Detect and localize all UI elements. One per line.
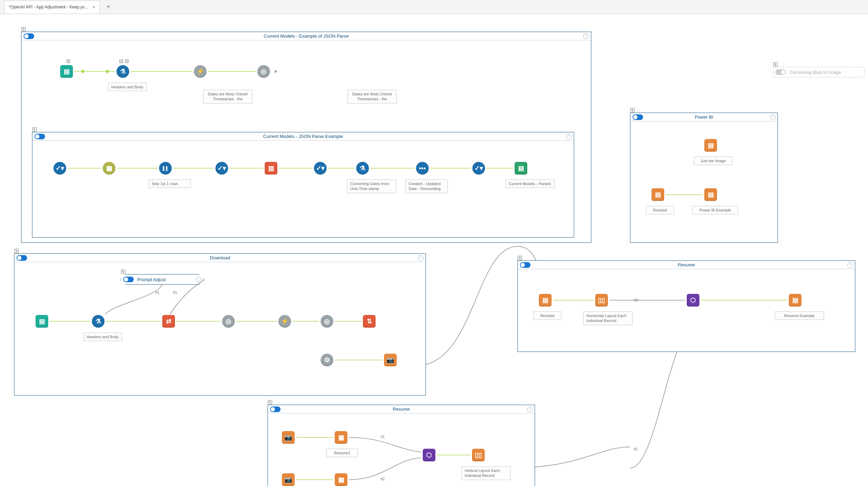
container-toggle[interactable] <box>123 277 134 282</box>
json-build-tool-icon[interactable]: ◎ <box>222 315 235 328</box>
container-header[interactable]: Current Models - JSON Parse Example ⌃ <box>32 132 574 141</box>
container-header[interactable]: Converting Blob to Image <box>773 67 864 77</box>
container-header[interactable]: Prompt Adjust ⌄ <box>121 274 203 284</box>
tool-label: Skip 1st 1 rows <box>149 179 191 188</box>
collapse-icon[interactable]: ⌃ <box>566 134 572 139</box>
report-text-tool-icon[interactable]: ▤ <box>652 188 664 201</box>
tool-label: Revised <box>533 311 561 320</box>
dynamic-replace-tool-icon[interactable]: ⇄ <box>162 315 175 328</box>
multifield-tool-icon[interactable]: ▥ <box>265 162 277 175</box>
collapse-icon[interactable]: ⌄ <box>196 277 201 282</box>
json-parse-tool-icon[interactable]: ◎ <box>257 65 270 78</box>
image-tool-icon[interactable]: 📷 <box>282 431 295 444</box>
table-tool-icon[interactable]: ▦ <box>335 431 347 444</box>
conn-annotation: #1 <box>634 447 638 451</box>
dynamic-rename-tool-icon[interactable]: ⇅ <box>363 315 376 328</box>
select-tool-icon[interactable]: ✓▾ <box>314 162 327 175</box>
tool-label: Headers and Body <box>83 333 122 341</box>
tool-label: Current Models - Parsed <box>505 179 555 188</box>
download-tool-icon[interactable]: ⚡ <box>194 65 207 78</box>
container-title: Current Models - Example of JSON Parse <box>21 33 591 39</box>
anchor-icon <box>630 108 635 112</box>
anchor-icon <box>268 400 272 404</box>
container-toggle[interactable] <box>775 69 786 75</box>
container-header[interactable]: Current Models - Example of JSON Parse ⌃ <box>21 32 591 40</box>
collapse-icon[interactable]: ⌃ <box>418 255 423 261</box>
container-header[interactable]: Power BI ⌃ <box>630 113 778 121</box>
container-resume-lower[interactable]: Resume ⌃ 📷 ▦ Resume1 #1 ⬡ ▯▯ Vertical La… <box>268 405 535 486</box>
download-tool-icon[interactable]: ⚡ <box>278 315 291 328</box>
report-text-tool-icon[interactable]: ▤ <box>704 188 717 201</box>
anchor-icon <box>32 127 37 132</box>
anchor-icon <box>21 27 26 31</box>
tool-label: Vertical Layout Each Individual Record <box>461 466 511 480</box>
anchor-icon <box>121 270 125 274</box>
blob-convert-tool-icon[interactable]: ⚙ <box>321 354 333 366</box>
report-text-tool-icon[interactable]: ▤ <box>789 294 801 307</box>
connector-icon <box>105 69 109 73</box>
table-tool-icon[interactable]: ▦ <box>335 473 347 486</box>
conn-annotation: #1 <box>155 290 159 295</box>
container-title: Converting Blob to Image <box>790 70 864 75</box>
collapse-icon[interactable]: ⌃ <box>770 114 775 120</box>
formula-tool-icon[interactable]: ⚗ <box>92 315 105 328</box>
join-tool-icon[interactable]: ⬡ <box>687 294 699 307</box>
image-tool-icon[interactable]: 📷 <box>282 473 295 486</box>
anchor-icon <box>518 256 522 260</box>
crosstab-tool-icon[interactable]: ▦ <box>103 162 115 175</box>
tool-label: Power BI Example <box>692 206 738 214</box>
tool-label: Created - Updated Date - Descending <box>405 179 448 193</box>
text-input-tool-icon[interactable]: ▤ <box>60 65 73 78</box>
container-json-parse-example[interactable]: Current Models - JSON Parse Example ⌃ ✓▾… <box>32 132 574 238</box>
container-resume-right[interactable]: Resume ⌃ ▤ Revised ▯▯ Horizontal Layout … <box>517 260 855 352</box>
comment-label: Dates are likely Unixed Timestamps - the <box>203 90 252 103</box>
tool-label: Just the Image <box>694 157 732 165</box>
container-header[interactable]: Download ⌃ <box>14 254 426 262</box>
select-tool-icon[interactable]: ✓▾ <box>54 162 66 175</box>
container-download[interactable]: Download ⌃ Prompt Adjust ⌄ #1 #1 ▤ ⚗ ⇄ ◎… <box>14 253 426 396</box>
bolt-pin-icon <box>125 59 128 63</box>
container-title: Prompt Adjust <box>137 277 166 282</box>
collapse-icon[interactable]: ⌃ <box>583 33 589 39</box>
close-tab-icon[interactable]: × <box>92 4 95 10</box>
conn-annotation: #1 <box>173 290 177 295</box>
report-text-tool-icon[interactable]: ▤ <box>704 139 717 152</box>
join-tool-icon[interactable]: ⬡ <box>423 449 435 461</box>
sort-tool-icon[interactable]: ••• <box>416 162 429 175</box>
tool-label: Headers and Body <box>108 83 147 91</box>
tool-label: Revised <box>646 206 674 214</box>
tool-label: Resume Example <box>775 311 824 320</box>
report-text-tool-icon[interactable]: ▤ <box>539 294 552 307</box>
workflow-canvas[interactable]: Current Models - Example of JSON Parse ⌃… <box>0 14 868 486</box>
collapse-icon[interactable]: ⌃ <box>847 262 853 268</box>
formula-tool-icon[interactable]: ⚗ <box>117 65 129 78</box>
anchor-icon <box>14 249 19 253</box>
bolt-pin-icon <box>67 59 70 63</box>
connector-icon <box>81 69 84 73</box>
layout-tool-icon[interactable]: ▯▯ <box>472 449 485 461</box>
container-current-models-parent[interactable]: Current Models - Example of JSON Parse ⌃… <box>21 32 591 243</box>
collapse-icon[interactable]: ⌃ <box>527 406 533 412</box>
select-tool-icon[interactable]: ✓▾ <box>215 162 228 175</box>
new-tab-button[interactable]: + <box>103 2 113 12</box>
sample-tool-icon[interactable]: ⫿⫿ <box>159 162 172 175</box>
container-power-bi[interactable]: Power BI ⌃ ▤ Just the Image ▤ Revised ▤ … <box>630 113 778 243</box>
container-title: Resume <box>268 406 535 412</box>
tab-bar: *OpenAI API - App Adjustment - Keep.yx..… <box>0 0 868 14</box>
browse-tool-icon[interactable]: ▤ <box>515 162 527 175</box>
anchor-icon <box>773 62 778 67</box>
container-title: Download <box>14 255 426 260</box>
container-prompt-adjust[interactable]: Prompt Adjust ⌄ <box>121 274 204 285</box>
clock-pin-icon <box>119 59 123 63</box>
layout-tool-icon[interactable]: ▯▯ <box>595 294 608 307</box>
container-title: Current Models - JSON Parse Example <box>32 134 574 139</box>
container-blob-to-image[interactable]: Converting Blob to Image <box>773 67 864 77</box>
text-input-tool-icon[interactable]: ▤ <box>36 315 48 328</box>
json-parse-tool-icon[interactable]: ◎ <box>321 315 333 328</box>
workflow-tab[interactable]: *OpenAI API - App Adjustment - Keep.yx..… <box>4 1 100 13</box>
formula-tool-icon[interactable]: ⚗ <box>356 162 369 175</box>
container-header[interactable]: Resume ⌃ <box>268 405 535 414</box>
image-tool-icon[interactable]: 📷 <box>384 354 397 366</box>
select-tool-icon[interactable]: ✓▾ <box>472 162 485 175</box>
container-header[interactable]: Resume ⌃ <box>518 261 855 269</box>
